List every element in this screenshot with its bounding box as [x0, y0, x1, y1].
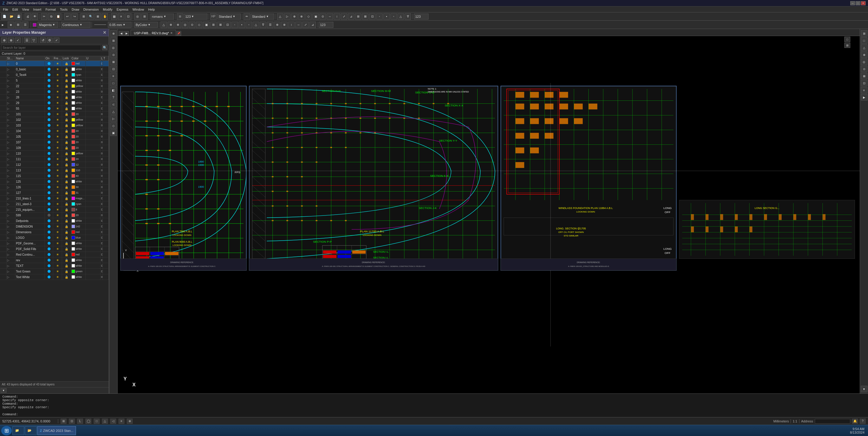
layer-on-cell[interactable] [45, 123, 53, 128]
layer-row[interactable]: ▷ 0_Text4 ☀ 🔒 cyan Default [0, 72, 109, 78]
tb-misc12[interactable]: ⊞ [355, 13, 362, 20]
layer-lock-cell[interactable]: 🔒 [62, 117, 71, 122]
save-button[interactable]: 💾 [16, 13, 22, 20]
style-dropdown[interactable]: Standard▾ [217, 13, 241, 20]
layer-freeze-cell[interactable]: ☀ [53, 117, 62, 122]
layer-lock-cell[interactable]: 🔒 [62, 213, 71, 218]
layer-lock-cell[interactable]: 🔒 [62, 145, 71, 151]
menu-file[interactable]: File [1, 7, 10, 12]
layer-freeze-cell[interactable]: ☀ [53, 184, 62, 190]
layer-row[interactable]: ▷ 211_steel-3 ☀ 🔒 cyan Default [0, 201, 109, 207]
layer-row[interactable]: ▷ Text White ☀ 🔒 white 0.25 mm [0, 274, 109, 280]
properties-button[interactable]: ≡ [118, 13, 124, 20]
tb2-misc6[interactable]: ◇ [196, 22, 203, 28]
open-button[interactable]: 📂 [8, 13, 15, 20]
layer-on-cell[interactable] [45, 207, 53, 212]
redo-button[interactable]: ↪ [71, 13, 78, 20]
rtb-icon4[interactable]: ⊕ [861, 52, 867, 58]
start-button[interactable]: ⊞ [1, 426, 12, 435]
tb2-misc9[interactable]: ⊠ [217, 22, 224, 28]
expand-button[interactable]: ▼ [1, 388, 6, 393]
address-input[interactable] [815, 419, 850, 424]
layer-name-cell[interactable]: 55 [16, 106, 45, 111]
layer-lock-cell[interactable]: 🔒 [62, 162, 71, 167]
layer-row[interactable]: ▷ 23 ☀ 🔒 white 0.00 mm [0, 89, 109, 95]
search-icon[interactable]: 🔍 [102, 45, 107, 50]
layer-freeze-cell[interactable]: ☀ [53, 128, 62, 134]
layer-color-cell[interactable]: 31 [71, 190, 86, 195]
tb-misc13[interactable]: ⊠ [362, 13, 369, 20]
layer-on-cell[interactable] [45, 66, 53, 72]
layer-color-cell[interactable]: white [71, 218, 86, 223]
layer-on-cell[interactable] [45, 190, 53, 195]
layer-row[interactable]: ▷ TEXT ☀ 🔒 white Default [0, 263, 109, 269]
taskbar-zwcad-button[interactable]: Z ZWCAD 2023 Stan... [37, 426, 76, 435]
layer-freeze-cell[interactable]: ☀ [53, 66, 62, 72]
layer-lock-cell[interactable]: 🔒 [62, 263, 71, 269]
layer-lock-cell[interactable]: 🔒 [62, 167, 71, 173]
layer-color-cell[interactable]: white [71, 89, 86, 94]
layer-color-cell[interactable]: blue [71, 235, 86, 240]
rtb-icon1[interactable]: ⊞ [861, 30, 867, 37]
layer-freeze-cell[interactable]: ☀ [53, 224, 62, 229]
style2-dropdown[interactable]: Standard▾ [251, 13, 274, 20]
layer-on-cell[interactable] [45, 61, 53, 66]
rtb-icon9[interactable]: ≡ [861, 87, 867, 93]
layer-on-cell[interactable] [45, 269, 53, 274]
otrack-toggle[interactable]: △ [102, 418, 108, 424]
layer-color-cell[interactable]: white [71, 106, 86, 111]
menu-format[interactable]: Format [44, 7, 58, 12]
layer-color-cell[interactable]: green [71, 269, 86, 274]
layer-row[interactable]: ▷ Dimensions ☀ 🔒 red Default [0, 229, 109, 235]
layer-filter-button[interactable]: ▽ [31, 37, 37, 43]
print-button[interactable]: 🖨 [25, 13, 31, 20]
layer-row[interactable]: ▷ 115 ☀ 🔒 40 0.00 mm [0, 173, 109, 179]
zoom-extents[interactable]: ⊞ [81, 13, 87, 20]
tb2-misc14[interactable]: △ [253, 22, 259, 28]
layer-lock-cell[interactable]: 🔒 [62, 151, 71, 156]
layer-name-cell[interactable]: 0 [16, 61, 45, 66]
layer-name-cell[interactable]: 211_steel-3 [16, 201, 45, 207]
layer-icon1[interactable]: ◈ [8, 22, 14, 28]
layer-freeze-cell[interactable]: ☀ [53, 78, 62, 83]
size-dropdown[interactable]: 123▾ [184, 13, 208, 20]
col-name[interactable]: Name [16, 56, 45, 61]
lw-toggle[interactable]: ≡ [119, 418, 124, 424]
notifications-icon[interactable]: 🔔 [852, 418, 858, 424]
layer-on-cell[interactable] [45, 95, 53, 100]
rtb-icon7[interactable]: ⊠ [861, 73, 867, 79]
layer-freeze-cell[interactable]: ☀ [53, 162, 62, 167]
copy-button[interactable]: ⧉ [48, 13, 54, 20]
tb-misc15[interactable]: ◦ [376, 13, 383, 20]
layer-row[interactable]: ▷ 210_lines-1 ☀ 🔒 mage... Default [0, 196, 109, 201]
layer-color-cell[interactable]: white [71, 241, 86, 246]
layer-row[interactable]: ▷ 0 ☀ 🔒 red Default [0, 61, 109, 66]
tb-misc14[interactable]: ⊡ [369, 13, 376, 20]
help-icon[interactable]: ? [860, 418, 866, 424]
menu-view[interactable]: View [21, 7, 31, 12]
viewport-maximize-button[interactable]: □ [844, 37, 850, 42]
taskbar-explorer-button[interactable]: 📁 [12, 426, 24, 435]
layer-row[interactable]: ▷ 101 ☀ 🔒 20 0.00 mm [0, 112, 109, 117]
layer-color-cell[interactable]: 30 [71, 184, 86, 190]
layer-freeze-cell[interactable]: ☀ [53, 61, 62, 66]
layer-on-cell[interactable] [45, 145, 53, 151]
layer-row[interactable]: ▷ 5 ☀ 🔒 white 0.00 mm [0, 78, 109, 83]
layer-lock-cell[interactable]: 🔒 [62, 72, 71, 77]
command-area[interactable]: Command: Specify opposite corner: Comman… [0, 394, 868, 417]
layer-on-cell[interactable] [45, 196, 53, 201]
drawing-tab-close[interactable]: ✕ [170, 31, 173, 35]
tb-misc16[interactable]: ▪ [383, 13, 390, 20]
layer-on-cell[interactable] [45, 252, 53, 257]
layer-name-cell[interactable]: 115 [16, 173, 45, 179]
ortho-toggle[interactable]: L [77, 418, 83, 424]
layer-row[interactable]: ▷ 110 ☀ 🔒 yellow 0.00 mm [0, 151, 109, 156]
menu-express[interactable]: Express [115, 7, 130, 12]
sel-icon[interactable]: ▷ [110, 115, 117, 122]
lineweight-dropdown[interactable]: 0.05 mm▾ [108, 22, 131, 28]
layer-name-cell[interactable]: 0_Text4 [16, 72, 45, 77]
layer-search-input[interactable] [1, 45, 101, 50]
layer-color-cell[interactable]: 20 [71, 145, 86, 151]
col-lineweight[interactable]: Lineweight [100, 56, 103, 61]
grips-icon[interactable]: ◇ [110, 122, 117, 129]
